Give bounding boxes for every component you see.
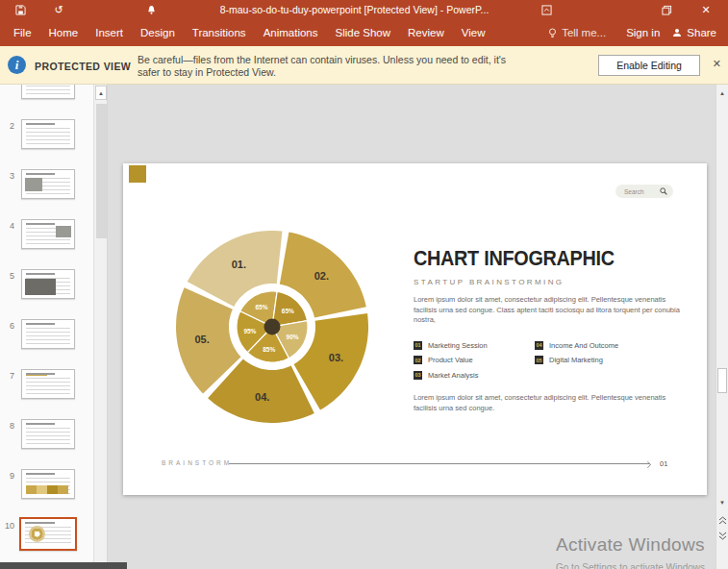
protected-view-message-line2: safer to stay in Protected View. bbox=[138, 66, 506, 79]
restore-window-icon[interactable] bbox=[660, 3, 673, 16]
watermark-line2: Go to Settings to activate Windows. bbox=[556, 562, 708, 569]
thumbnail-row: 4 bbox=[0, 219, 93, 258]
ribbon-tab-design[interactable]: Design bbox=[132, 19, 184, 46]
thumbnail-row: 5 bbox=[0, 269, 93, 308]
previous-slide-button[interactable] bbox=[716, 513, 728, 528]
legend-number-badge: 05 bbox=[535, 356, 543, 364]
ribbon-tab-bar: File Home Insert Design Transitions Anim… bbox=[0, 19, 728, 46]
legend-number-badge: 03 bbox=[414, 371, 422, 380]
ribbon-tab-transitions[interactable]: Transitions bbox=[184, 19, 255, 46]
footer-arrow-line bbox=[229, 463, 650, 464]
powerpoint-window: ↺ 8-mau-so-do-tu-duy-powerpoint [Protect… bbox=[0, 0, 728, 569]
scroll-down-icon[interactable]: ▼ bbox=[716, 496, 728, 509]
legend-item: 04 Income And Outcome bbox=[535, 338, 679, 354]
search-icon bbox=[660, 187, 667, 195]
ribbon-tab-insert[interactable]: Insert bbox=[87, 19, 132, 46]
svg-text:65%: 65% bbox=[255, 304, 267, 310]
slide-body-1: Lorem ipsum dolor sit amet, consectetur … bbox=[414, 295, 685, 326]
thumbnail-row: 6 bbox=[0, 319, 93, 358]
legend-item: 01 Marketing Session bbox=[414, 338, 535, 354]
slide-canvas[interactable]: Search 01.02.03.04.05.65%65%90%85%95% CH… bbox=[123, 163, 707, 495]
ribbon-tab-home[interactable]: Home bbox=[40, 19, 88, 46]
ribbon-display-options-icon[interactable] bbox=[540, 3, 553, 16]
svg-text:04.: 04. bbox=[255, 391, 269, 403]
tell-me-label: Tell me... bbox=[562, 27, 606, 38]
ribbon-tab-review[interactable]: Review bbox=[399, 19, 453, 46]
legend-label: Marketing Session bbox=[428, 341, 488, 350]
thumbnail-scrollbar-thumb[interactable] bbox=[96, 104, 107, 238]
next-slide-button[interactable] bbox=[716, 529, 728, 543]
svg-text:95%: 95% bbox=[243, 328, 256, 334]
slide-thumbnail-8[interactable] bbox=[21, 419, 75, 449]
vertical-scrollbar[interactable]: ▲ ▼ bbox=[715, 85, 728, 569]
ribbon-tab-view[interactable]: View bbox=[453, 19, 494, 46]
legend-label: Product Value bbox=[428, 356, 473, 364]
thumbnail-row bbox=[0, 85, 93, 108]
share-button[interactable]: Share bbox=[672, 27, 716, 38]
thumbnail-scrollbar[interactable]: ▲ bbox=[93, 85, 108, 569]
watermark-line1: Activate Windows bbox=[556, 534, 708, 556]
thumbnail-number: 6 bbox=[0, 321, 14, 331]
double-chevron-up-icon bbox=[718, 516, 727, 525]
ribbon-tab-animations[interactable]: Animations bbox=[255, 19, 327, 46]
slide-thumbnail-4[interactable] bbox=[21, 219, 75, 249]
close-window-icon[interactable]: ✕ bbox=[699, 3, 713, 16]
message-bar-close-icon[interactable]: ✕ bbox=[713, 59, 721, 69]
slide-title: CHART INFOGRAPHIC bbox=[414, 246, 658, 271]
thumbnail-row: 8 bbox=[0, 419, 93, 458]
thumbnail-number: 2 bbox=[0, 121, 14, 131]
legend-item: 03 Market Analysis bbox=[414, 368, 535, 383]
enable-editing-button[interactable]: Enable Editing bbox=[598, 55, 700, 76]
thumbnail-scroll-up-icon[interactable]: ▲ bbox=[95, 86, 107, 100]
undo-icon[interactable]: ↺ bbox=[52, 3, 65, 16]
svg-text:85%: 85% bbox=[263, 346, 275, 353]
save-icon[interactable] bbox=[13, 3, 27, 16]
slide-thumbnail-5[interactable] bbox=[21, 269, 75, 299]
ribbon-tab-slide-show[interactable]: Slide Show bbox=[327, 19, 400, 46]
scroll-up-icon[interactable]: ▲ bbox=[716, 87, 728, 100]
legend-column-2: 04 Income And Outcome 05 Digital Marketi… bbox=[535, 338, 679, 383]
slide-thumbnail-6[interactable] bbox=[21, 319, 75, 349]
slide-search-label: Search bbox=[624, 188, 644, 195]
scrollbar-thumb[interactable] bbox=[717, 368, 727, 393]
slide-footer-label: BRAINSTORM bbox=[162, 459, 232, 466]
thumbnail-row: 7 bbox=[0, 369, 93, 408]
thumbnail-row: 2 bbox=[0, 119, 93, 158]
slide-body-2: Lorem ipsum dolor sit amet, consectetur … bbox=[414, 393, 685, 413]
thumbnail-row: 3 bbox=[0, 169, 93, 208]
thumbnail-number: 8 bbox=[0, 421, 14, 431]
slide-thumbnail-7[interactable] bbox=[21, 369, 75, 399]
thumbnail-row: 9 bbox=[0, 469, 93, 507]
thumbnail-number: 3 bbox=[0, 171, 14, 181]
slide-thumbnail-3[interactable] bbox=[21, 169, 75, 199]
slide-thumbnail-10-selected[interactable] bbox=[19, 517, 77, 551]
slide-text-column: CHART INFOGRAPHIC STARTUP BRAINSTORMING … bbox=[414, 246, 685, 413]
tell-me-box[interactable]: Tell me... bbox=[548, 27, 606, 38]
thumbnail-row: 10 bbox=[0, 519, 93, 557]
thumbnail-number: 4 bbox=[0, 221, 14, 231]
legend-item: 02 Product Value bbox=[414, 353, 535, 368]
thumbnail-number: 5 bbox=[0, 271, 14, 281]
slide-thumbnail-9[interactable] bbox=[21, 469, 75, 499]
lightbulb-icon bbox=[548, 28, 557, 38]
status-bar-fragment bbox=[0, 562, 127, 569]
legend-column-1: 01 Marketing Session 02 Product Value 03… bbox=[414, 338, 535, 383]
infographic-wheel: 01.02.03.04.05.65%65%90%85%95% bbox=[166, 221, 378, 433]
thumbnail-number: 9 bbox=[0, 471, 14, 481]
activate-windows-watermark: Activate Windows Go to Settings to activ… bbox=[556, 534, 708, 569]
slide-thumbnail-1[interactable] bbox=[21, 85, 75, 99]
protected-view-label: PROTECTED VIEW bbox=[35, 61, 131, 72]
thumbnail-number: 10 bbox=[0, 521, 14, 531]
svg-text:65%: 65% bbox=[282, 308, 294, 314]
workspace: 2 3 4 5 6 7 8 bbox=[0, 85, 728, 569]
legend-label: Income And Outcome bbox=[549, 341, 618, 350]
ribbon-tab-file[interactable]: File bbox=[5, 19, 40, 46]
legend-label: Digital Marketing bbox=[549, 356, 603, 364]
slide-page-number: 01 bbox=[660, 459, 667, 468]
legend-number-badge: 04 bbox=[535, 341, 543, 350]
slide-thumbnail-2[interactable] bbox=[21, 119, 75, 149]
legend-number-badge: 01 bbox=[414, 341, 422, 350]
slide-thumbnail-panel: 2 3 4 5 6 7 8 bbox=[0, 85, 93, 569]
sign-in-button[interactable]: Sign in bbox=[626, 27, 660, 38]
window-titlebar: ↺ 8-mau-so-do-tu-duy-powerpoint [Protect… bbox=[0, 0, 728, 19]
